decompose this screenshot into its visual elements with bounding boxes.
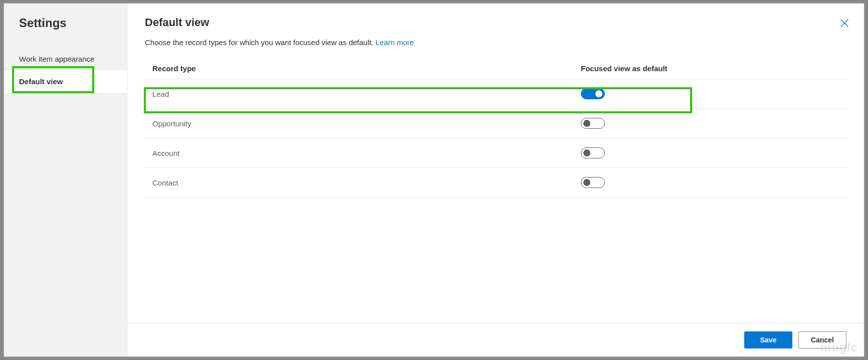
cancel-button[interactable]: Cancel [798,331,846,348]
row-label: Lead [145,90,581,98]
close-icon [839,18,850,29]
toggle-contact[interactable] [581,177,605,188]
sidebar-item-default-view[interactable]: Default view [4,70,127,93]
toggle-knob [583,120,590,127]
sidebar-item-work-item-appearance[interactable]: Work item appearance [4,48,127,70]
table-row-account: Account [145,138,846,168]
sidebar: Settings Work item appearance Default vi… [4,4,127,356]
save-button[interactable]: Save [744,331,792,348]
toggle-knob [583,179,590,186]
row-label: Opportunity [145,119,581,128]
row-label: Account [145,149,581,157]
table-row-lead: Lead [145,79,846,109]
toggle-lead[interactable] [581,88,605,99]
toggle-knob [583,149,590,156]
footer: Save Cancel inoglc [127,323,864,356]
settings-panel: Settings Work item appearance Default vi… [3,3,865,357]
toggle-account[interactable] [581,147,605,158]
row-label: Contact [145,178,581,187]
main-content: Default view Choose the record types for… [127,4,864,356]
sidebar-title: Settings [4,16,127,48]
table-header: Record type Focused view as default [145,59,846,79]
header-focused-view: Focused view as default [581,64,846,73]
page-subtitle-text: Choose the record types for which you wa… [145,38,375,47]
toggle-knob [595,90,602,97]
learn-more-link[interactable]: Learn more [375,38,414,47]
header-record-type: Record type [145,64,581,73]
close-button[interactable] [837,16,851,30]
settings-table: Record type Focused view as default Lead… [127,59,864,198]
table-row-contact: Contact [145,168,846,198]
page-title: Default view [145,16,846,29]
toggle-opportunity[interactable] [581,118,605,129]
page-subtitle: Choose the record types for which you wa… [145,38,846,47]
table-row-opportunity: Opportunity [145,109,846,138]
